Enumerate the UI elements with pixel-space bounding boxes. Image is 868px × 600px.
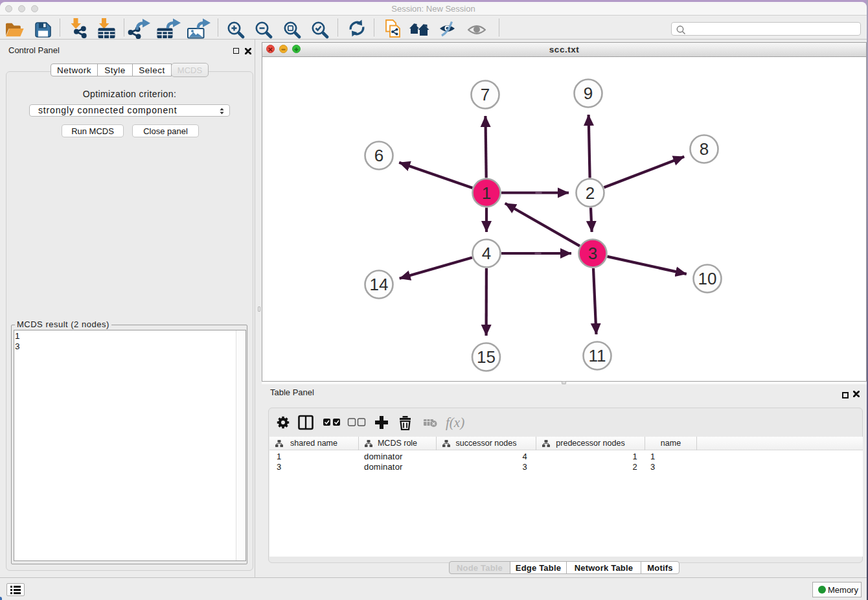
svg-text:7: 7 — [481, 85, 490, 104]
svg-text:9: 9 — [584, 84, 593, 103]
svg-text:11: 11 — [589, 346, 606, 365]
svg-text:3: 3 — [588, 244, 597, 263]
svg-text:6: 6 — [374, 146, 383, 165]
svg-text:15: 15 — [477, 347, 496, 367]
svg-text:f(x): f(x) — [446, 415, 464, 430]
svg-text:1: 1 — [482, 183, 491, 203]
svg-text:10: 10 — [698, 269, 717, 288]
svg-text:8: 8 — [700, 139, 709, 159]
svg-text:4: 4 — [482, 244, 491, 263]
svg-text:2: 2 — [586, 183, 595, 203]
svg-text:14: 14 — [370, 275, 389, 294]
